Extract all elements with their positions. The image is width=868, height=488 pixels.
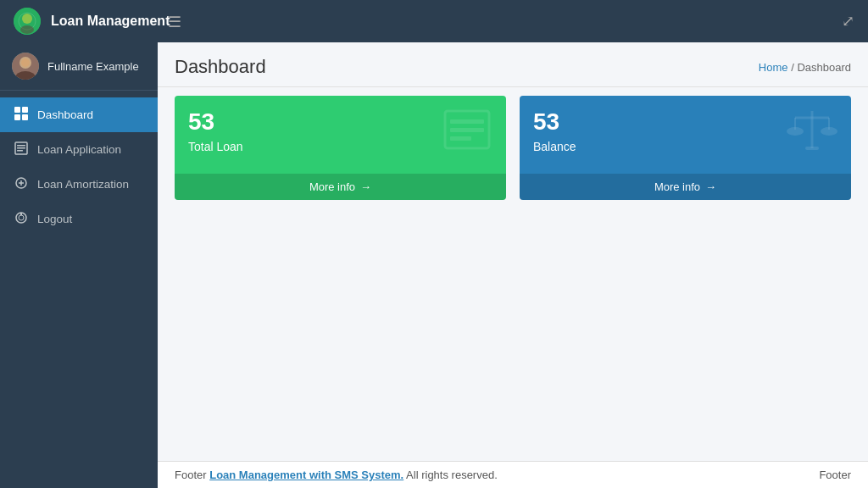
balance-icon: [787, 104, 837, 162]
sidebar-item-loan-amortization[interactable]: Loan Amortization: [0, 167, 158, 202]
app-logo: [14, 8, 41, 35]
breadcrumb: Home / Dashboard: [759, 61, 851, 74]
sidebar-item-loan-application[interactable]: Loan Application: [0, 132, 158, 167]
loan-amort-icon: [14, 176, 29, 192]
expand-icon[interactable]: ⤢: [842, 12, 854, 30]
svg-rect-23: [450, 119, 484, 124]
footer-prefix: Footer: [175, 469, 207, 481]
footer-suffix: All rights reserved.: [406, 469, 498, 481]
sidebar-item-dashboard[interactable]: Dashboard: [0, 97, 158, 132]
total-loan-info: 53 Total Loan: [188, 108, 243, 153]
svg-point-3: [20, 25, 34, 34]
balance-value: 53: [533, 108, 576, 136]
sidebar-item-loan-amort-label: Loan Amortization: [37, 178, 129, 191]
svg-point-30: [787, 127, 804, 136]
hamburger-icon[interactable]: ☰: [168, 13, 181, 31]
balance-info: 53 Balance: [533, 108, 576, 153]
sidebar-item-dashboard-label: Dashboard: [37, 108, 93, 121]
content-header: Dashboard Home / Dashboard: [158, 42, 868, 86]
svg-rect-32: [805, 147, 819, 150]
balance-card-body: 53 Balance: [520, 96, 851, 174]
svg-rect-9: [22, 107, 28, 113]
total-loan-icon: [442, 104, 492, 162]
footer-right: Footer: [819, 469, 851, 481]
top-navbar: Loan Management ☰ ⤢: [0, 0, 868, 42]
avatar: [12, 53, 39, 80]
dashboard-icon: [14, 107, 29, 123]
svg-point-20: [19, 215, 24, 220]
main-content: Dashboard Home / Dashboard 53 Total Loan: [158, 42, 868, 488]
logout-icon: [14, 211, 29, 227]
sidebar-user: Fullname Example: [0, 42, 158, 91]
svg-rect-15: [17, 150, 23, 152]
sidebar-nav: Dashboard Loan Application: [0, 91, 158, 488]
svg-rect-13: [17, 145, 25, 147]
balance-more-info[interactable]: More info →: [520, 174, 851, 200]
sidebar-username: Fullname Example: [47, 60, 139, 73]
sidebar-item-logout[interactable]: Logout: [0, 202, 158, 236]
total-loan-card: 53 Total Loan M: [175, 96, 506, 200]
svg-point-1: [22, 14, 32, 24]
page-footer: Footer Loan Management with SMS System. …: [158, 461, 868, 488]
sidebar: Fullname Example Dashboard: [0, 42, 158, 488]
svg-point-31: [821, 127, 837, 136]
page-title: Dashboard: [175, 56, 266, 78]
sidebar-item-logout-label: Logout: [37, 213, 72, 225]
total-loan-value: 53: [188, 108, 243, 136]
cards-row: 53 Total Loan M: [175, 96, 851, 200]
footer-left: Footer Loan Management with SMS System. …: [175, 469, 498, 481]
total-loan-label: Total Loan: [188, 140, 243, 153]
svg-rect-10: [14, 114, 20, 120]
content-body: 53 Total Loan M: [158, 87, 868, 461]
svg-rect-24: [450, 128, 484, 132]
sidebar-item-loan-app-label: Loan Application: [37, 143, 121, 156]
svg-rect-11: [22, 114, 28, 120]
svg-rect-14: [17, 147, 25, 149]
main-layout: Fullname Example Dashboard: [0, 42, 868, 488]
balance-label: Balance: [533, 140, 576, 153]
breadcrumb-home[interactable]: Home: [759, 61, 788, 74]
balance-arrow-icon: →: [705, 180, 716, 193]
total-loan-more-info[interactable]: More info →: [175, 174, 506, 200]
svg-point-7: [21, 58, 30, 67]
svg-rect-8: [14, 107, 20, 113]
navbar-left: Loan Management: [14, 8, 170, 35]
footer-link[interactable]: Loan Management with SMS System.: [209, 469, 403, 481]
balance-card: 53 Balance: [520, 96, 851, 200]
svg-rect-25: [450, 136, 471, 141]
arrow-right-icon: →: [360, 180, 371, 193]
app-title: Loan Management: [51, 14, 170, 29]
loan-app-icon: [14, 141, 29, 158]
breadcrumb-current: Dashboard: [797, 61, 851, 74]
total-loan-card-body: 53 Total Loan: [175, 96, 506, 174]
